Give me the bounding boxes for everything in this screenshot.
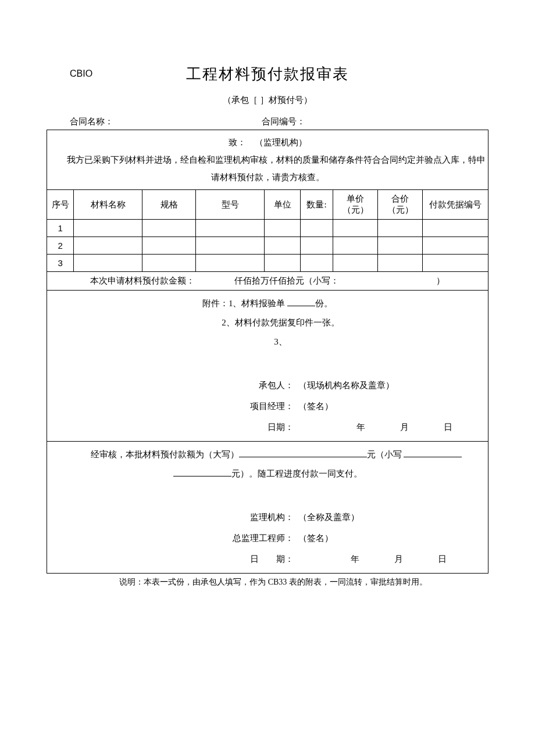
amount-cn-units: 仟佰拾万仟佰拾元（小写： — [234, 276, 339, 285]
contract-name-label: 合同名称： — [70, 116, 262, 127]
pm-row: 项目经理： （签名） — [230, 396, 486, 417]
attach-line-3: 3、 — [49, 332, 486, 352]
date-row-1: 日期： 年月日 — [230, 417, 486, 438]
intro-to: 致： （监理机构） — [229, 138, 307, 147]
cell-spec[interactable] — [142, 220, 196, 237]
attach-line-1: 附件：1、材料报验单 份。 — [49, 294, 486, 313]
cell-qty[interactable] — [300, 255, 333, 272]
eng-row: 总监理工程师： （签名） — [230, 528, 486, 549]
subtitle: （承包［ ］材预付号） — [47, 95, 488, 106]
cell-qty[interactable] — [300, 237, 333, 255]
table-row: 3 — [47, 255, 488, 272]
intro-body: 我方已采购下列材料并进场，经自检和监理机构审核，材料的质量和储存条件符合合同约定… — [49, 151, 486, 186]
cell-name[interactable] — [74, 255, 142, 272]
amount-cell: 本次申请材料预付款金额： 仟佰拾万仟佰拾元（小写： ） — [47, 272, 488, 291]
review-blank-num-2[interactable] — [173, 467, 231, 476]
cell-total-price[interactable] — [378, 237, 423, 255]
attach-item1-blank[interactable] — [287, 297, 315, 306]
cell-seq: 3 — [47, 255, 74, 272]
attachments-row: 附件：1、材料报验单 份。 2、材料付款凭据复印件一张。 3、 承包人： （现场… — [47, 291, 488, 442]
th-unit-price: 单价（元） — [333, 190, 378, 220]
review-blank-num[interactable] — [404, 448, 462, 457]
eng-label: 总监理工程师： — [230, 528, 294, 549]
cell-name[interactable] — [74, 220, 142, 237]
attach-label: 附件： — [202, 299, 229, 308]
attach-item1-post: 份。 — [315, 299, 333, 308]
amount-row: 本次申请材料预付款金额： 仟佰拾万仟佰拾元（小写： ） — [47, 272, 488, 291]
pm-val: （签名） — [294, 396, 333, 417]
intro-cell: 致： （监理机构） 我方已采购下列材料并进场，经自检和监理机构审核，材料的质量和… — [47, 130, 488, 190]
org-row: 监理机构： （全称及盖章） — [230, 507, 486, 528]
contractor-row: 承包人： （现场机构名称及盖章） — [230, 375, 486, 396]
doc-code: CBIO — [70, 69, 92, 79]
day-2: 日 — [438, 554, 447, 564]
cell-seq: 2 — [47, 237, 74, 255]
th-total-price: 合价（元） — [378, 190, 423, 220]
date-label-1: 日期： — [230, 417, 294, 438]
contract-no-label: 合同编号： — [262, 116, 488, 127]
review-pre: 经审核，本批材料预付款额为（大写） — [91, 450, 239, 459]
review-text-2: 元）。随工程进度付款一同支付。 — [49, 464, 486, 483]
contractor-label: 承包人： — [230, 375, 294, 396]
cell-model[interactable] — [196, 255, 265, 272]
th-model: 型号 — [196, 190, 265, 220]
org-label: 监理机构： — [230, 507, 294, 528]
date-row-2: 日 期： 年月日 — [230, 549, 486, 569]
date-val-2: 年月日 — [294, 549, 447, 569]
cell-unit-price[interactable] — [333, 220, 378, 237]
date-label-2: 日 期： — [230, 549, 294, 569]
page-title: 工程材料预付款报审表 — [47, 64, 488, 84]
attach-line-2: 2、材料付款凭据复印件一张。 — [49, 313, 486, 332]
cell-model[interactable] — [196, 220, 265, 237]
cell-qty[interactable] — [300, 220, 333, 237]
cell-model[interactable] — [196, 237, 265, 255]
th-seq: 序号 — [47, 190, 74, 220]
cell-total-price[interactable] — [378, 220, 423, 237]
main-table: 致： （监理机构） 我方已采购下列材料并进场，经自检和监理机构审核，材料的质量和… — [47, 130, 488, 574]
table-row: 2 — [47, 237, 488, 255]
org-val: （全称及盖章） — [294, 507, 359, 528]
review-blank-cn[interactable] — [239, 448, 367, 457]
header-row: 序号 材料名称 规格 型号 单位 数量: 单价（元） 合价（元） 付款凭据编号 — [47, 190, 488, 220]
month-2: 月 — [394, 554, 403, 564]
cell-seq: 1 — [47, 220, 74, 237]
month-1: 月 — [400, 422, 409, 432]
footer-note: 说明：本表一式份，由承包人填写，作为 CB33 表的附表，一同流转，审批结算时用… — [47, 577, 488, 587]
cell-voucher[interactable] — [423, 255, 488, 272]
review-mid: 元（小写 — [367, 450, 404, 459]
cell-total-price[interactable] — [378, 255, 423, 272]
th-unit: 单位 — [265, 190, 301, 220]
header-area: CBIO 工程材料预付款报审表 — [47, 64, 488, 84]
contract-line: 合同名称： 合同编号： — [70, 116, 488, 127]
th-qty: 数量: — [300, 190, 333, 220]
attach-item1-pre: 1、材料报验单 — [229, 299, 287, 308]
contractor-sig-block: 承包人： （现场机构名称及盖章） 项目经理： （签名） 日期： 年月日 — [230, 375, 486, 438]
intro-row: 致： （监理机构） 我方已采购下列材料并进场，经自检和监理机构审核，材料的质量和… — [47, 130, 488, 190]
cell-unit[interactable] — [265, 255, 301, 272]
cell-name[interactable] — [74, 237, 142, 255]
amount-prefix: 本次申请材料预付款金额： — [90, 276, 195, 285]
cell-voucher[interactable] — [423, 237, 488, 255]
amount-suffix: ） — [436, 276, 445, 285]
page: CBIO 工程材料预付款报审表 （承包［ ］材预付号） 合同名称： 合同编号： … — [0, 0, 535, 756]
th-name: 材料名称 — [74, 190, 142, 220]
table-row: 1 — [47, 220, 488, 237]
cell-unit-price[interactable] — [333, 255, 378, 272]
cell-voucher[interactable] — [423, 220, 488, 237]
cell-spec[interactable] — [142, 255, 196, 272]
day-1: 日 — [444, 422, 452, 432]
th-voucher: 付款凭据编号 — [423, 190, 488, 220]
cell-unit[interactable] — [265, 237, 301, 255]
review-post: 元）。随工程进度付款一同支付。 — [231, 469, 362, 478]
eng-val: （签名） — [294, 528, 333, 549]
supervisor-sig-block: 监理机构： （全称及盖章） 总监理工程师： （签名） 日 期： 年月日 — [230, 507, 486, 569]
year-2: 年 — [351, 554, 359, 564]
review-row: 经审核，本批材料预付款额为（大写）元（小写 元）。随工程进度付款一同支付。 监理… — [47, 442, 488, 574]
attachments-cell: 附件：1、材料报验单 份。 2、材料付款凭据复印件一张。 3、 承包人： （现场… — [47, 291, 488, 442]
cell-unit[interactable] — [265, 220, 301, 237]
cell-spec[interactable] — [142, 237, 196, 255]
th-spec: 规格 — [142, 190, 196, 220]
review-cell: 经审核，本批材料预付款额为（大写）元（小写 元）。随工程进度付款一同支付。 监理… — [47, 442, 488, 574]
contractor-val: （现场机构名称及盖章） — [294, 375, 394, 396]
cell-unit-price[interactable] — [333, 237, 378, 255]
